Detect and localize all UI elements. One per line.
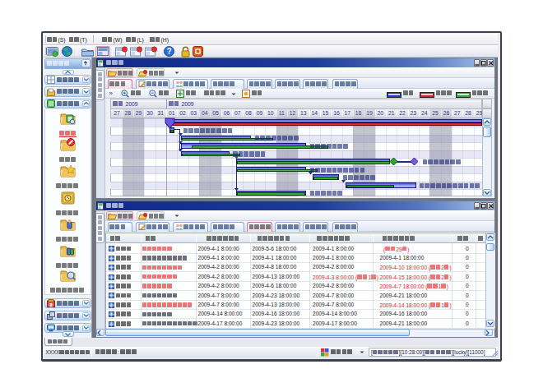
svg-text:?: ? bbox=[166, 47, 171, 56]
